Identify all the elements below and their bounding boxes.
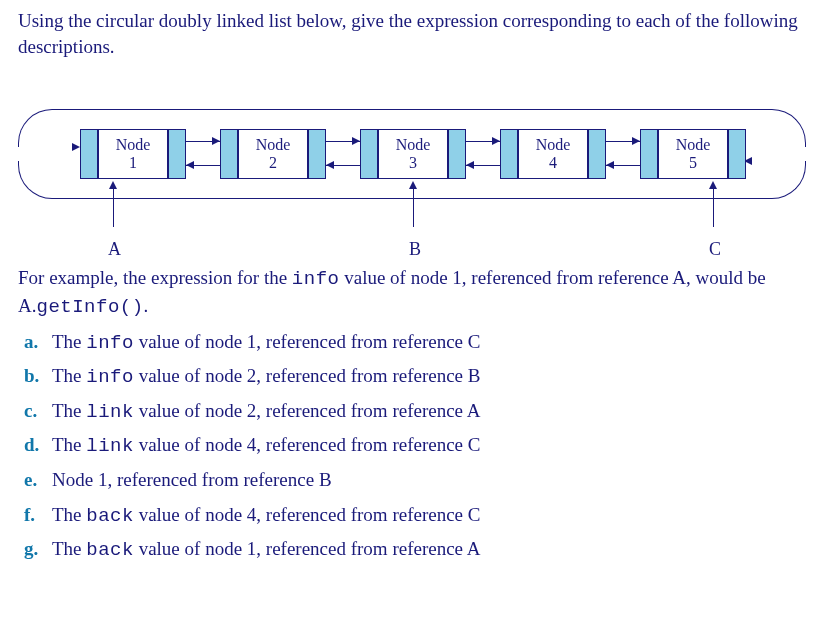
node-2-label-bot: 2 <box>269 154 277 172</box>
question-c: c. The link value of node 2, referenced … <box>18 398 810 426</box>
node-1-main: Node 1 <box>98 129 168 179</box>
node-3: Node 3 <box>360 129 466 179</box>
question-list: a. The info value of node 1, referenced … <box>18 329 810 564</box>
link-4-5-arrow <box>632 137 640 145</box>
q-c-post: value of node 2, referenced from referen… <box>134 400 481 421</box>
ref-A-arrow <box>109 181 117 189</box>
q-d-pre: The <box>52 434 86 455</box>
example-code2: getInfo() <box>36 296 143 318</box>
node-1-label-bot: 1 <box>129 154 137 172</box>
node-1: Node 1 <box>80 129 186 179</box>
q-g-pre: The <box>52 538 86 559</box>
node-4-label-top: Node <box>536 136 571 154</box>
node-1-label-top: Node <box>116 136 151 154</box>
q-b-post: value of node 2, referenced from referen… <box>134 365 481 386</box>
q-f-code: back <box>86 505 134 527</box>
node-4-link-ptr <box>588 129 606 179</box>
marker-c: c. <box>24 398 37 424</box>
question-b: b. The info value of node 2, referenced … <box>18 363 810 391</box>
node-2-label-top: Node <box>256 136 291 154</box>
q-e-pre: Node 1, referenced from reference B <box>52 469 332 490</box>
example-text: For example, the expression for the info… <box>18 265 810 320</box>
node-1-link-ptr <box>168 129 186 179</box>
node-5: Node 5 <box>640 129 746 179</box>
marker-b: b. <box>24 363 39 389</box>
q-c-pre: The <box>52 400 86 421</box>
ref-A-line <box>113 187 114 227</box>
ref-B-label: B <box>409 237 421 261</box>
node-5-label-top: Node <box>676 136 711 154</box>
node-5-label-bot: 5 <box>689 154 697 172</box>
linked-list-diagram: Node 1 Node 2 Node 3 Node 4 <box>18 69 810 259</box>
node-3-link-ptr <box>448 129 466 179</box>
q-g-code: back <box>86 539 134 561</box>
ref-C-line <box>713 187 714 227</box>
back-4-3-arrow <box>466 161 474 169</box>
q-d-post: value of node 4, referenced from referen… <box>134 434 481 455</box>
ref-C-arrow <box>709 181 717 189</box>
node-2-main: Node 2 <box>238 129 308 179</box>
link-2-3-arrow <box>352 137 360 145</box>
question-f: f. The back value of node 4, referenced … <box>18 502 810 530</box>
back-3-2-arrow <box>326 161 334 169</box>
link-3-4-arrow <box>492 137 500 145</box>
back-5-4-arrow <box>606 161 614 169</box>
node-1-back-ptr <box>80 129 98 179</box>
node-5-link-ptr <box>728 129 746 179</box>
q-b-pre: The <box>52 365 86 386</box>
back-2-1-arrow <box>186 161 194 169</box>
node-3-label-top: Node <box>396 136 431 154</box>
question-d: d. The link value of node 4, referenced … <box>18 432 810 460</box>
question-e: e. Node 1, referenced from reference B <box>18 467 810 495</box>
link-1-2-arrow <box>212 137 220 145</box>
node-4-back-ptr <box>500 129 518 179</box>
node-4-label-bot: 4 <box>549 154 557 172</box>
marker-d: d. <box>24 432 39 458</box>
q-f-post: value of node 4, referenced from referen… <box>134 504 481 525</box>
q-a-post: value of node 1, referenced from referen… <box>134 331 481 352</box>
q-g-post: value of node 1, referenced from referen… <box>134 538 481 559</box>
question-g: g. The back value of node 1, referenced … <box>18 536 810 564</box>
node-5-back-ptr <box>640 129 658 179</box>
marker-a: a. <box>24 329 38 355</box>
marker-f: f. <box>24 502 35 528</box>
node-3-label-bot: 3 <box>409 154 417 172</box>
question-a: a. The info value of node 1, referenced … <box>18 329 810 357</box>
node-3-main: Node 3 <box>378 129 448 179</box>
node-4-main: Node 4 <box>518 129 588 179</box>
q-b-code: info <box>86 366 134 388</box>
ref-B-arrow <box>409 181 417 189</box>
example-post: . <box>144 295 149 316</box>
wrap-forward-arrowhead <box>72 143 80 151</box>
q-f-pre: The <box>52 504 86 525</box>
marker-e: e. <box>24 467 37 493</box>
node-2-link-ptr <box>308 129 326 179</box>
q-a-code: info <box>86 332 134 354</box>
node-2-back-ptr <box>220 129 238 179</box>
question-prompt: Using the circular doubly linked list be… <box>18 8 810 59</box>
marker-g: g. <box>24 536 38 562</box>
q-c-code: link <box>86 401 134 423</box>
node-3-back-ptr <box>360 129 378 179</box>
node-2: Node 2 <box>220 129 326 179</box>
node-5-main: Node 5 <box>658 129 728 179</box>
ref-C-label: C <box>709 237 721 261</box>
example-code1: info <box>292 268 340 290</box>
ref-B-line <box>413 187 414 227</box>
q-d-code: link <box>86 435 134 457</box>
q-a-pre: The <box>52 331 86 352</box>
node-4: Node 4 <box>500 129 606 179</box>
page: Using the circular doubly linked list be… <box>0 0 828 626</box>
ref-A-label: A <box>108 237 121 261</box>
example-pre: For example, the expression for the <box>18 267 292 288</box>
